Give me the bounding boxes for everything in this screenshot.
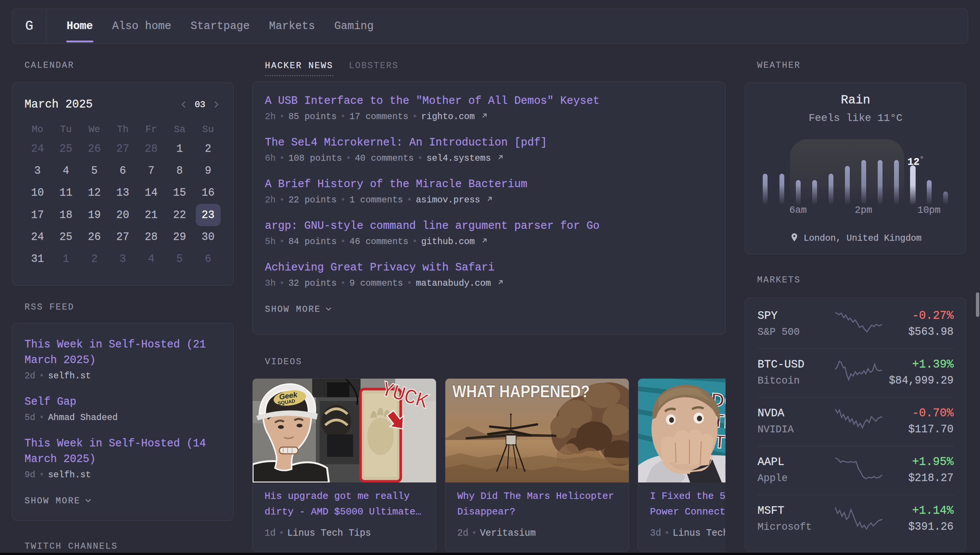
svg-text:WHAT HAPPENED?: WHAT HAPPENED? xyxy=(452,382,590,401)
